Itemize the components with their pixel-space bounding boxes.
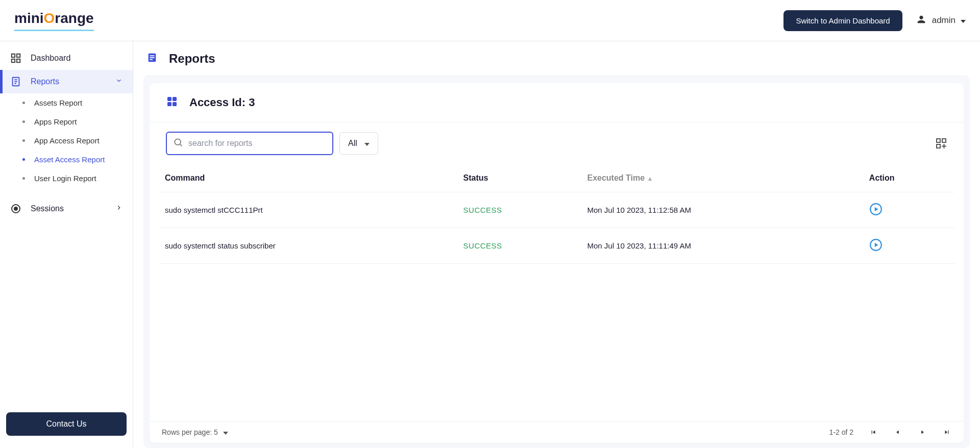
sidebar-item-label: Asset Access Report	[34, 155, 105, 164]
rows-per-page-label: Rows per page:	[162, 428, 212, 436]
table-row: sudo systemctl stCCC111Prt SUCCESS Mon J…	[159, 192, 954, 228]
page-range: 1-2 of 2	[829, 428, 853, 436]
svg-marker-24	[875, 207, 878, 212]
sidebar-item-user-login-report[interactable]: User Login Report	[22, 169, 133, 188]
cell-executed: Mon Jul 10 2023, 11:12:58 AM	[581, 192, 863, 228]
next-page-button[interactable]	[918, 428, 927, 437]
filter-label: All	[348, 139, 357, 148]
svg-rect-3	[17, 59, 20, 62]
chevron-down-icon	[115, 77, 122, 86]
search-icon	[173, 137, 188, 150]
cell-command: sudo systemctl status subscriber	[159, 228, 457, 264]
col-status[interactable]: Status	[457, 164, 581, 192]
caret-down-icon	[961, 16, 966, 25]
svg-rect-12	[167, 97, 172, 101]
svg-rect-18	[937, 139, 940, 142]
sidebar-item-label: Sessions	[31, 204, 64, 213]
svg-rect-13	[173, 97, 177, 101]
rows-per-page-value: 5	[214, 428, 218, 436]
sidebar-item-asset-access-report[interactable]: Asset Access Report	[22, 150, 133, 169]
rows-per-page-select[interactable]: 5	[214, 428, 228, 436]
sidebar-item-sessions[interactable]: Sessions	[0, 197, 133, 220]
sidebar-item-label: Dashboard	[31, 54, 70, 63]
chevron-right-icon	[115, 204, 122, 213]
dashboard-icon	[10, 53, 21, 64]
play-button[interactable]	[869, 203, 883, 216]
sidebar-item-app-access-report[interactable]: App Access Report	[22, 131, 133, 150]
col-action[interactable]: Action	[863, 164, 954, 192]
grid-icon	[166, 95, 178, 110]
status-badge: SUCCESS	[463, 206, 502, 214]
filter-dropdown[interactable]: All	[339, 132, 378, 155]
person-icon	[916, 14, 927, 27]
contact-us-button[interactable]: Contact Us	[6, 412, 127, 436]
bullet-icon	[22, 102, 25, 104]
sidebar-item-label: Assets Report	[34, 98, 82, 107]
svg-rect-19	[942, 139, 946, 142]
page-title: Reports	[169, 52, 215, 66]
caret-down-icon	[223, 428, 228, 436]
bullet-icon	[22, 177, 25, 180]
user-menu[interactable]: admin	[916, 14, 966, 27]
svg-line-17	[180, 144, 182, 146]
switch-admin-button[interactable]: Switch to Admin Dashboard	[783, 10, 902, 31]
caret-down-icon	[364, 139, 370, 148]
svg-rect-20	[937, 144, 940, 148]
prev-page-button[interactable]	[893, 428, 902, 437]
cell-command: sudo systemctl stCCC111Prt	[159, 192, 457, 228]
status-badge: SUCCESS	[463, 241, 502, 250]
sidebar-item-label: App Access Report	[34, 136, 100, 145]
col-command[interactable]: Command	[159, 164, 457, 192]
radio-icon	[10, 203, 21, 214]
svg-marker-26	[875, 243, 878, 247]
sidebar-item-reports[interactable]: Reports	[0, 70, 133, 93]
access-id-title: Access Id: 3	[189, 96, 255, 109]
search-input-wrap	[166, 132, 333, 155]
cell-executed: Mon Jul 10 2023, 11:11:49 AM	[581, 228, 863, 264]
svg-rect-10	[150, 57, 154, 58]
sidebar-item-label: User Login Report	[34, 174, 96, 183]
sidebar-item-label: Apps Report	[34, 117, 77, 126]
bullet-icon	[22, 139, 25, 142]
sidebar-item-apps-report[interactable]: Apps Report	[22, 112, 133, 131]
col-executed-time[interactable]: Executed Time ▲	[581, 164, 863, 192]
svg-rect-1	[17, 54, 20, 57]
svg-rect-15	[173, 102, 177, 106]
reports-page-icon	[146, 52, 158, 65]
bullet-icon	[22, 120, 25, 123]
svg-point-16	[175, 139, 181, 145]
first-page-button[interactable]	[869, 428, 878, 437]
search-input[interactable]	[188, 139, 326, 148]
svg-rect-2	[12, 59, 15, 62]
svg-rect-9	[150, 55, 154, 56]
logo: miniOrange	[14, 0, 94, 41]
table-row: sudo systemctl status subscriber SUCCESS…	[159, 228, 954, 264]
reports-table: Command Status Executed Time ▲ Action su…	[159, 164, 954, 264]
svg-rect-0	[12, 54, 15, 57]
sidebar-item-dashboard[interactable]: Dashboard	[0, 46, 133, 70]
add-widget-button[interactable]	[935, 137, 947, 150]
reports-icon	[10, 76, 21, 87]
sidebar-item-label: Reports	[31, 77, 59, 86]
sort-asc-icon: ▲	[647, 175, 653, 182]
user-label: admin	[932, 15, 955, 26]
svg-rect-11	[150, 59, 153, 60]
bullet-icon	[22, 158, 25, 161]
last-page-button[interactable]	[942, 428, 951, 437]
play-button[interactable]	[869, 238, 883, 252]
sidebar-item-assets-report[interactable]: Assets Report	[22, 93, 133, 112]
svg-rect-14	[167, 102, 172, 106]
